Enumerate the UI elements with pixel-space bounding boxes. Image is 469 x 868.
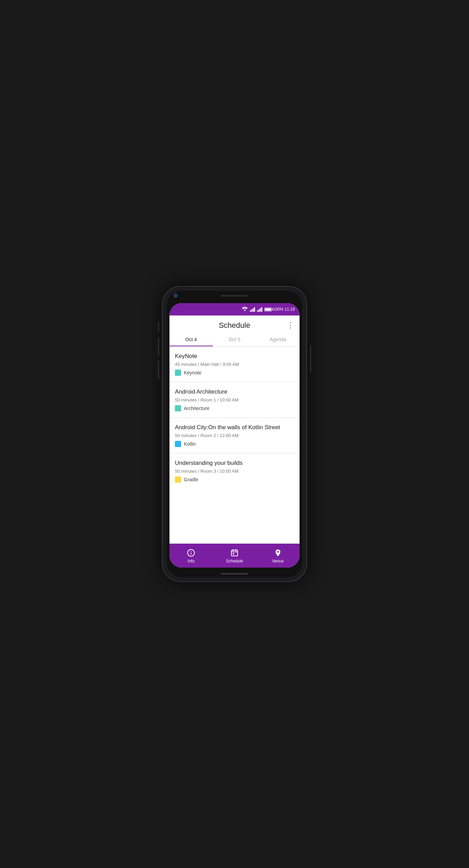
session-title: Android Architecture: [175, 388, 294, 395]
svg-point-2: [191, 551, 191, 551]
nav-schedule-label: Schedule: [226, 559, 243, 563]
info-icon: [186, 548, 196, 558]
svg-rect-3: [191, 553, 191, 555]
session-title: KeyNote: [175, 353, 294, 360]
schedule-list: KeyNote 45 minutes / Main Hall / 9:00 AM…: [169, 347, 300, 544]
signal-bars-1: [250, 307, 255, 312]
speaker-bar: [221, 295, 248, 297]
tag-color-swatch: [175, 476, 181, 483]
tag-label: Architecture: [184, 406, 210, 411]
battery-fill: [265, 308, 271, 311]
session-meta: 45 minutes / Main Hall / 9:00 AM: [175, 362, 294, 367]
svg-rect-8: [233, 553, 234, 555]
app-header: Schedule ⋮: [169, 315, 300, 333]
session-meta: 50 minutes / Room 3 / 10:00 AM: [175, 469, 294, 474]
session-meta: 50 minutes / Room 2 / 12:00 AM: [175, 433, 294, 438]
session-tag: Gradle: [175, 476, 294, 483]
svg-rect-4: [231, 550, 238, 556]
tag-label: Gradle: [184, 477, 198, 482]
notch-area: [167, 291, 302, 300]
nav-info-label: Info: [188, 559, 194, 563]
list-item[interactable]: Android City:On the walls of Kotlin Stre…: [169, 418, 300, 454]
menu-dots-button[interactable]: ⋮: [287, 318, 294, 330]
tabs-container: Oct 4 Oct 5 Agenda: [169, 333, 300, 347]
list-item[interactable]: KeyNote 45 minutes / Main Hall / 9:00 AM…: [169, 347, 300, 382]
home-indicator: [221, 573, 248, 574]
bottom-bar: [167, 570, 302, 577]
session-title: Understanding your builds: [175, 460, 294, 467]
phone-frame: 100% 11:19 Schedule ⋮ Oct 4 Oct 5 Agenda: [163, 287, 306, 581]
tag-label: Kotlin: [184, 441, 196, 447]
nav-item-venue[interactable]: Venue: [256, 544, 300, 568]
battery-percent: 100%: [273, 307, 283, 312]
list-item[interactable]: Understanding your builds 50 minutes / R…: [169, 454, 300, 489]
phone-inner: 100% 11:19 Schedule ⋮ Oct 4 Oct 5 Agenda: [167, 291, 302, 577]
tag-color-swatch: [175, 370, 181, 376]
battery-area: 100% 11:19: [264, 307, 295, 312]
svg-point-0: [244, 310, 245, 311]
session-tag: Architecture: [175, 405, 294, 411]
wifi-icon: [242, 307, 248, 312]
tag-color-swatch: [175, 405, 181, 411]
session-title: Android City:On the walls of Kotlin Stre…: [175, 424, 294, 431]
tag-label: Keynote: [184, 370, 201, 375]
battery-icon: [264, 308, 272, 311]
camera-dot: [174, 294, 178, 298]
venue-icon: [273, 548, 283, 558]
bottom-nav: Info Schedule: [169, 544, 300, 568]
screen: 100% 11:19 Schedule ⋮ Oct 4 Oct 5 Agenda: [169, 303, 300, 568]
tag-color-swatch: [175, 441, 181, 447]
app-title: Schedule: [219, 321, 250, 330]
tab-oct4[interactable]: Oct 4: [169, 333, 213, 346]
session-tag: Keynote: [175, 370, 294, 376]
session-meta: 50 minutes / Room 1 / 10:00 AM: [175, 397, 294, 402]
signal-bars-2: [257, 307, 262, 312]
tab-agenda[interactable]: Agenda: [256, 333, 300, 346]
nav-venue-label: Venue: [272, 559, 284, 563]
nav-item-info[interactable]: Info: [169, 544, 213, 568]
list-item[interactable]: Android Architecture 50 minutes / Room 1…: [169, 382, 300, 418]
tab-oct5[interactable]: Oct 5: [213, 333, 256, 346]
session-tag: Kotlin: [175, 441, 294, 447]
clock-time: 11:19: [284, 307, 295, 312]
nav-item-schedule[interactable]: Schedule: [213, 544, 256, 568]
status-bar: 100% 11:19: [169, 303, 300, 315]
schedule-icon: [230, 548, 239, 558]
